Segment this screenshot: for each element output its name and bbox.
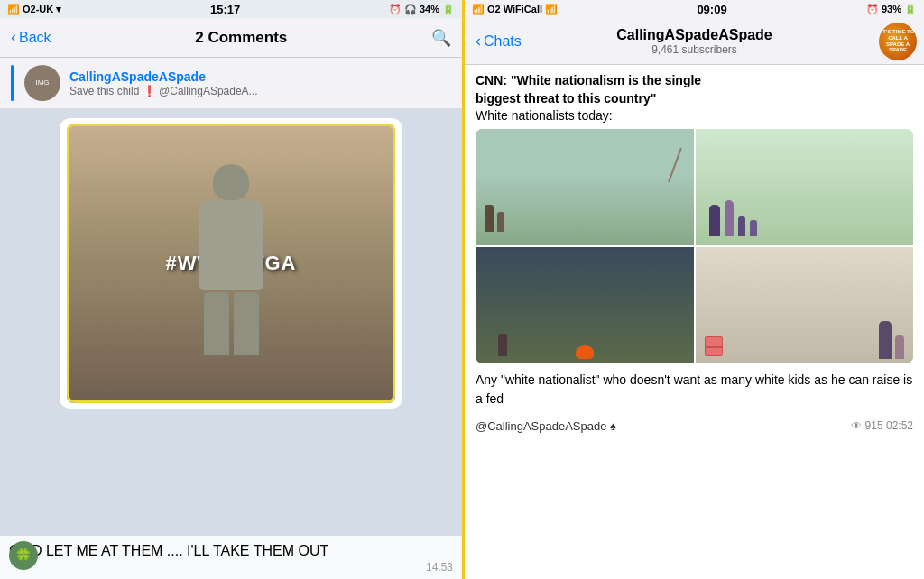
- meme-grid-cell-3: [476, 247, 694, 363]
- left-message-text: GOD LET ME AT THEM .... I'LL TAKE THEM O…: [9, 541, 453, 561]
- left-channel-avatar: IMG: [24, 65, 60, 101]
- left-nav-bar: ‹ Back 2 Comments 🔍: [0, 18, 462, 58]
- right-battery-area: ⏰ 93% 🔋: [866, 4, 917, 15]
- right-panel: 📶 O2 WiFiCall 📶 09:09 ⏰ 93% 🔋 ‹ Chats Ca…: [462, 0, 924, 579]
- left-time: 15:17: [210, 3, 240, 16]
- left-user-avatar: 🍀: [9, 541, 38, 570]
- right-post-channel: @CallingASpadeASpade ♠: [476, 419, 616, 433]
- right-time: 09:09: [697, 3, 726, 16]
- right-meme-grid: [476, 129, 913, 363]
- meme-grid-cell-4: [696, 247, 914, 363]
- headphone-icon: 🎧: [404, 4, 417, 15]
- left-message-time: 14:53: [9, 561, 453, 574]
- right-post-header: CNN: "White nationalism is the single bi…: [465, 65, 924, 129]
- left-message-caption: GOD LET ME AT THEM .... I'LL TAKE THEM O…: [0, 536, 462, 579]
- right-back-chevron-icon: ‹: [476, 32, 481, 51]
- right-channel-name-nav: CallingASpadeASpade: [616, 27, 772, 43]
- left-channel-subtitle: Save this child ❗ @CallingASpadeA...: [69, 85, 451, 97]
- right-post-stats: 👁 915 02:52: [851, 419, 913, 432]
- left-channel-info: CallingASpadeASpade Save this child ❗ @C…: [69, 69, 451, 97]
- right-post-body: Any "white nationalist" who doesn't want…: [465, 363, 924, 416]
- right-channel-icon: IT'S TIME TO CALL A SPADE A SPADE: [879, 23, 917, 60]
- knight-background: [67, 124, 395, 403]
- right-subscribers: 9,461 subscribers: [651, 43, 737, 56]
- right-alarm-icon: ⏰: [866, 4, 879, 15]
- battery-icon: 🔋: [442, 4, 455, 15]
- right-status-bar: 📶 O2 WiFiCall 📶 09:09 ⏰ 93% 🔋: [465, 0, 924, 18]
- eye-icon: 👁: [851, 419, 862, 432]
- left-panel: 📶 O2-UK ▾ 15:17 ⏰ 🎧 34% 🔋 ‹ Back 2 Comme…: [0, 0, 462, 579]
- right-header-line1: CNN: "White nationalism is the single: [476, 72, 913, 90]
- right-nav-center: CallingASpadeASpade 9,461 subscribers: [476, 27, 913, 56]
- right-header-line3: White nationalists today:: [476, 107, 913, 125]
- left-nav-title: 2 Comments: [195, 29, 287, 47]
- right-back-button[interactable]: ‹ Chats: [476, 32, 522, 51]
- left-channel-name[interactable]: CallingASpadeASpade: [69, 69, 451, 84]
- right-header-line2: biggest threat to this country": [476, 90, 913, 108]
- alarm-icon: ⏰: [389, 4, 402, 15]
- signal-icon: 📶: [7, 4, 20, 15]
- right-battery-icon: 🔋: [904, 4, 917, 15]
- left-channel-header: IMG CallingASpadeASpade Save this child …: [0, 58, 462, 109]
- right-nav-bar: ‹ Chats CallingASpadeASpade 9,461 subscr…: [465, 18, 924, 65]
- left-messages-area: #WWG1WGA: [0, 109, 462, 536]
- meme-grid-cell-2: [696, 129, 914, 245]
- left-blue-indicator: [11, 65, 14, 101]
- right-carrier: 📶 O2 WiFiCall 📶: [472, 4, 558, 15]
- left-search-button[interactable]: 🔍: [431, 28, 451, 48]
- left-message-bubble: #WWG1WGA: [60, 118, 402, 409]
- left-back-button[interactable]: ‹ Back: [11, 28, 51, 47]
- right-post-footer: @CallingASpadeASpade ♠ 👁 915 02:52: [465, 416, 924, 440]
- left-carrier: 📶 O2-UK ▾: [7, 4, 61, 15]
- left-status-bar: 📶 O2-UK ▾ 15:17 ⏰ 🎧 34% 🔋: [0, 0, 462, 18]
- left-battery-area: ⏰ 🎧 34% 🔋: [389, 4, 455, 15]
- wifi-icon: ▾: [56, 4, 61, 15]
- back-chevron-icon: ‹: [11, 28, 16, 47]
- meme-grid-cell-1: [476, 129, 694, 245]
- right-signal-icon: 📶: [472, 4, 485, 15]
- left-meme-image: #WWG1WGA: [67, 124, 395, 403]
- right-wifi-icon: 📶: [545, 4, 558, 15]
- right-content-area: CNN: "White nationalism is the single bi…: [465, 65, 924, 579]
